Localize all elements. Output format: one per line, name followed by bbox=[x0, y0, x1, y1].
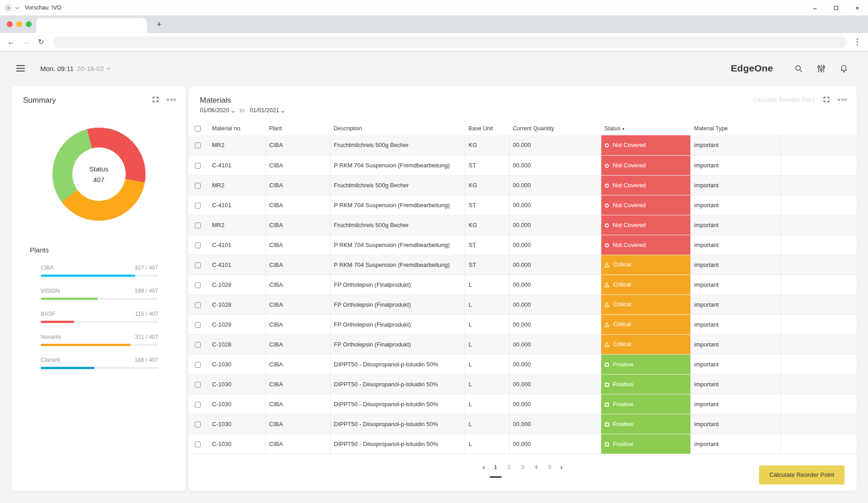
chevron-down-icon[interactable] bbox=[15, 5, 19, 9]
cell-status: Not Covered bbox=[601, 235, 690, 255]
plant-count: 198 / 407 bbox=[135, 288, 158, 294]
pagination-pages: 12345 bbox=[492, 464, 553, 470]
cell-status: Positive bbox=[601, 414, 690, 434]
cell-empty bbox=[781, 334, 857, 354]
col-material-type[interactable]: Material Type bbox=[690, 122, 781, 135]
col-base-unit[interactable]: Base Unit bbox=[465, 122, 509, 135]
row-checkbox[interactable] bbox=[195, 362, 201, 368]
table-row[interactable]: C-4101 CIBA P RKM 704 Suspension (Fremdb… bbox=[189, 195, 857, 215]
cell-description: DIPPT50 - Diisopropanol-p-toluidin 50% bbox=[330, 374, 465, 394]
more-menu-icon[interactable] bbox=[167, 99, 176, 101]
expand-icon[interactable] bbox=[823, 96, 830, 103]
search-icon[interactable] bbox=[794, 64, 803, 73]
table-row[interactable]: C-1030 CIBA DIPPT50 - Diisopropanol-p-to… bbox=[189, 434, 857, 454]
more-menu-icon[interactable] bbox=[838, 99, 847, 101]
cell-description: Fruchtmilchreis 500g Becher bbox=[330, 135, 465, 155]
datetime-dropdown[interactable]: Mon. 09:11 20-16-02 bbox=[40, 65, 110, 72]
table-row[interactable]: MR2 CIBA Fruchtmilchreis 500g Becher KG … bbox=[189, 215, 857, 235]
row-checkbox[interactable] bbox=[195, 282, 201, 288]
hamburger-menu-icon[interactable] bbox=[16, 65, 25, 71]
row-checkbox[interactable] bbox=[195, 342, 201, 348]
page-3[interactable]: 3 bbox=[519, 464, 526, 470]
cell-unit: ST bbox=[465, 235, 509, 255]
plant-item: CIBA 327 / 407 bbox=[41, 265, 158, 277]
back-icon[interactable]: ← bbox=[7, 38, 15, 46]
cell-material: C-4101 bbox=[208, 255, 265, 275]
date-from-value: 01/06/2020 bbox=[200, 107, 229, 114]
row-checkbox[interactable] bbox=[195, 422, 201, 427]
row-checkbox[interactable] bbox=[195, 163, 201, 169]
table-row[interactable]: C-4101 CIBA P RKM 704 Suspension (Fremdb… bbox=[189, 255, 857, 275]
table-row[interactable]: C-1028 CIBA FP Ortholepsin (Finalprodukt… bbox=[189, 334, 857, 354]
select-all-checkbox[interactable] bbox=[195, 126, 201, 132]
traffic-light-minimize[interactable] bbox=[16, 21, 22, 27]
row-checkbox[interactable] bbox=[195, 183, 201, 189]
table-row[interactable]: C-1030 CIBA DIPPT50 - Diisopropanol-p-to… bbox=[189, 414, 857, 434]
row-checkbox[interactable] bbox=[195, 402, 201, 408]
row-checkbox[interactable] bbox=[195, 142, 201, 148]
row-checkbox[interactable] bbox=[195, 262, 201, 268]
traffic-light-zoom[interactable] bbox=[26, 21, 32, 27]
cell-quantity: 00.000 bbox=[509, 374, 601, 394]
status-icon: △ bbox=[605, 301, 609, 308]
col-current-quantity[interactable]: Current Quantity bbox=[509, 122, 601, 135]
table-row[interactable]: MR2 CIBA Fruchtmilchreis 500g Becher KG … bbox=[189, 135, 857, 155]
cell-unit: L bbox=[465, 334, 509, 354]
bell-icon[interactable] bbox=[840, 64, 848, 73]
col-description[interactable]: Description bbox=[330, 122, 465, 135]
cell-status: △Critical bbox=[601, 314, 690, 334]
maximize-button[interactable] bbox=[826, 0, 847, 15]
cell-unit: KG bbox=[465, 175, 509, 195]
table-row[interactable]: C-4101 CIBA P RKM 704 Suspension (Fremdb… bbox=[189, 235, 857, 255]
pagination-prev-icon[interactable]: ‹ bbox=[482, 463, 485, 471]
row-checkbox[interactable] bbox=[195, 322, 201, 328]
row-checkbox[interactable] bbox=[195, 441, 201, 447]
date-from-dropdown[interactable]: 01/06/2020 bbox=[200, 107, 234, 114]
address-bar[interactable] bbox=[53, 36, 846, 48]
pagination-next-icon[interactable]: › bbox=[560, 463, 563, 471]
row-checkbox[interactable] bbox=[195, 203, 201, 209]
table-row[interactable]: C-1028 CIBA FP Ortholepsin (Finalprodukt… bbox=[189, 275, 857, 294]
row-checkbox[interactable] bbox=[195, 223, 201, 228]
cell-type: important bbox=[690, 374, 781, 394]
row-checkbox[interactable] bbox=[195, 382, 201, 388]
status-label: Not Covered bbox=[613, 162, 646, 169]
row-checkbox[interactable] bbox=[195, 242, 201, 248]
cell-plant: CIBA bbox=[265, 235, 330, 255]
col-plant[interactable]: Plant bbox=[265, 122, 330, 135]
status-icon bbox=[605, 422, 609, 427]
date-to-dropdown[interactable]: 01/01/2021 bbox=[250, 107, 284, 114]
page-1[interactable]: 1 bbox=[492, 464, 499, 470]
plant-name: Novartis bbox=[41, 334, 61, 340]
page-4[interactable]: 4 bbox=[533, 464, 539, 470]
new-tab-button[interactable]: + bbox=[152, 18, 166, 31]
col-material-no[interactable]: Material no. bbox=[208, 122, 265, 135]
browser-menu-icon[interactable] bbox=[854, 37, 861, 47]
page-5[interactable]: 5 bbox=[547, 464, 553, 470]
table-row[interactable]: C-1030 CIBA DIPPT50 - Diisopropanol-p-to… bbox=[189, 394, 857, 414]
table-row[interactable]: C-1030 CIBA DIPPT50 - Diisopropanol-p-to… bbox=[189, 374, 857, 394]
datetime-time: Mon. 09:11 bbox=[40, 65, 74, 72]
cell-empty bbox=[781, 235, 857, 255]
cell-material: MR2 bbox=[208, 175, 265, 195]
calculate-reorder-point-button[interactable]: Calculate Reorder Point bbox=[759, 465, 844, 484]
table-row[interactable]: C-1030 CIBA DIPPT50 - Diisopropanol-p-to… bbox=[189, 354, 857, 374]
reload-icon[interactable]: ↻ bbox=[38, 38, 44, 46]
status-icon bbox=[605, 143, 609, 147]
minimize-button[interactable]: – bbox=[804, 0, 826, 15]
expand-icon[interactable] bbox=[152, 96, 159, 103]
cell-description: FP Ortholepsin (Finalprodukt) bbox=[330, 275, 465, 294]
plant-name: VISION bbox=[41, 288, 60, 294]
table-row[interactable]: C-1028 CIBA FP Ortholepsin (Finalprodukt… bbox=[189, 314, 857, 334]
close-button[interactable]: × bbox=[847, 0, 868, 15]
table-row[interactable]: C-4101 CIBA P RKM 704 Suspension (Fremdb… bbox=[189, 155, 857, 175]
traffic-light-close[interactable] bbox=[7, 21, 13, 27]
browser-tab[interactable] bbox=[36, 18, 147, 33]
table-row[interactable]: MR2 CIBA Fruchtmilchreis 500g Becher KG … bbox=[189, 175, 857, 195]
cell-status: Not Covered bbox=[601, 195, 690, 215]
col-status[interactable]: Status▾ bbox=[601, 122, 690, 135]
table-row[interactable]: C-1028 CIBA FP Ortholepsin (Finalprodukt… bbox=[189, 294, 857, 314]
page-2[interactable]: 2 bbox=[506, 464, 512, 470]
filter-sliders-icon[interactable] bbox=[817, 64, 826, 73]
row-checkbox[interactable] bbox=[195, 302, 201, 308]
